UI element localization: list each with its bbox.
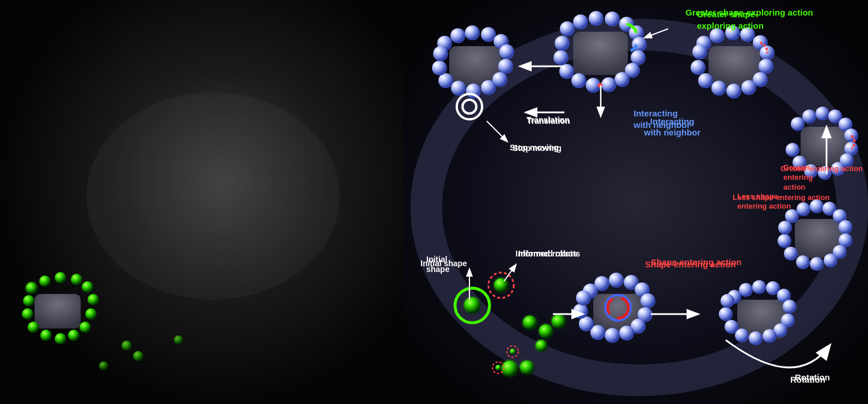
svg-point-117 (735, 329, 749, 342)
svg-point-135 (576, 290, 591, 305)
svg-point-92 (785, 209, 799, 223)
svg-point-148 (510, 349, 516, 354)
svg-point-123 (594, 276, 609, 291)
svg-point-50 (629, 25, 644, 40)
svg-point-131 (605, 328, 620, 343)
svg-point-137 (608, 297, 628, 318)
svg-point-128 (638, 307, 653, 322)
svg-line-43 (487, 121, 507, 141)
svg-point-75 (691, 60, 706, 75)
svg-point-83 (844, 129, 858, 142)
svg-point-37 (451, 81, 466, 96)
svg-point-115 (763, 329, 776, 343)
svg-point-94 (810, 199, 824, 213)
svg-rect-24 (403, 0, 868, 404)
svg-point-30 (481, 27, 496, 42)
svg-point-14 (28, 322, 39, 333)
svg-point-4 (39, 275, 51, 287)
svg-point-6 (71, 274, 82, 285)
label-stop-moving: Stop moving (510, 143, 559, 152)
svg-point-74 (698, 73, 713, 88)
svg-point-103 (784, 247, 798, 260)
svg-point-98 (839, 233, 852, 247)
svg-point-86 (831, 162, 845, 176)
svg-point-11 (68, 330, 79, 341)
svg-rect-106 (737, 300, 786, 339)
svg-point-133 (579, 316, 594, 331)
svg-point-81 (828, 110, 842, 123)
svg-point-64 (710, 28, 725, 43)
svg-point-61 (598, 83, 602, 88)
svg-rect-121 (593, 294, 642, 333)
svg-point-72 (726, 84, 741, 99)
svg-point-53 (625, 63, 640, 78)
svg-text:Stop moving: Stop moving (513, 144, 562, 153)
svg-text:entering action: entering action (737, 202, 791, 210)
svg-point-7 (82, 281, 93, 293)
svg-point-63 (696, 36, 711, 51)
svg-point-102 (796, 255, 810, 269)
svg-text:Greater: Greater (783, 163, 810, 172)
svg-point-93 (797, 202, 810, 216)
svg-point-48 (605, 12, 620, 27)
svg-point-87 (818, 166, 832, 180)
svg-point-47 (589, 11, 604, 26)
svg-point-34 (492, 72, 507, 87)
svg-point-20 (99, 361, 108, 371)
svg-point-110 (766, 281, 780, 295)
svg-point-69 (759, 59, 774, 74)
svg-point-129 (631, 319, 646, 334)
svg-point-105 (778, 221, 792, 235)
svg-point-8 (88, 294, 99, 305)
svg-point-122 (583, 284, 598, 299)
svg-point-107 (727, 290, 741, 304)
svg-point-57 (571, 73, 586, 88)
right-diagram-panel: Greater shape- exploring action Interact… (403, 0, 868, 404)
svg-point-28 (450, 28, 465, 43)
svg-point-38 (438, 73, 453, 88)
svg-point-55 (601, 77, 616, 92)
svg-point-125 (624, 275, 639, 290)
svg-rect-62 (708, 46, 760, 86)
svg-point-1 (86, 92, 340, 300)
svg-point-19 (174, 335, 183, 345)
svg-point-59 (554, 50, 568, 65)
svg-text:shape: shape (426, 265, 450, 274)
svg-rect-2 (35, 294, 81, 329)
svg-point-49 (619, 17, 634, 32)
svg-point-25 (426, 35, 852, 380)
svg-text:Rotation: Rotation (795, 372, 830, 382)
svg-rect-0 (0, 0, 403, 404)
svg-point-60 (555, 36, 570, 51)
svg-point-70 (753, 72, 768, 87)
svg-point-71 (741, 80, 756, 95)
svg-text:entering: entering (783, 173, 813, 182)
svg-text:with neighbor: with neighbor (633, 120, 690, 130)
svg-point-33 (498, 59, 513, 74)
svg-point-68 (760, 46, 775, 61)
svg-line-160 (645, 29, 668, 37)
svg-point-15 (22, 308, 33, 320)
svg-point-143 (539, 324, 553, 338)
svg-point-79 (802, 110, 816, 123)
svg-text:Less shape-: Less shape- (737, 192, 780, 201)
label-translation: Translation (526, 115, 570, 124)
svg-point-78 (791, 117, 805, 131)
svg-point-9 (85, 308, 97, 320)
svg-point-136 (605, 295, 631, 320)
label-less-shape-entering: Less shape-entering action (733, 193, 829, 203)
svg-point-96 (833, 209, 847, 223)
svg-point-5 (55, 272, 66, 284)
svg-point-120 (721, 294, 734, 308)
svg-text:exploring action: exploring action (697, 21, 764, 31)
svg-point-12 (55, 333, 66, 345)
svg-rect-44 (573, 32, 628, 75)
left-simulation-panel (0, 0, 403, 404)
label-interacting-with-neighbor: Interactingwith neighbor (644, 116, 700, 138)
svg-point-146 (502, 361, 518, 377)
svg-point-118 (725, 320, 738, 334)
svg-point-35 (481, 80, 496, 95)
svg-point-127 (640, 293, 655, 308)
svg-point-58 (559, 64, 574, 79)
svg-point-99 (833, 245, 847, 259)
